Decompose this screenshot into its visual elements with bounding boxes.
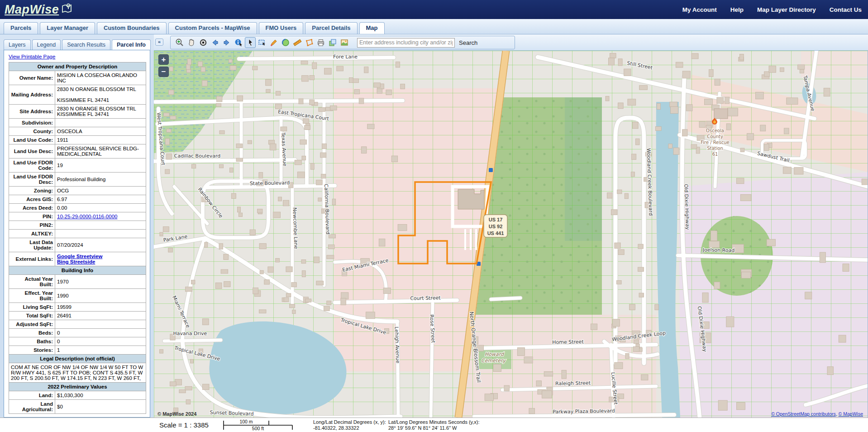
save-image-icon[interactable] (339, 37, 350, 48)
osm-copyright: © OpenStreetMap contributors, © MapWise (771, 411, 863, 417)
field-label: Land Use Desc: (9, 144, 55, 158)
field-value: 1 (55, 346, 146, 355)
legal-description-text: COM AT NE COR OF NW 1/4 OF NW 1/4 W 50 F… (9, 363, 146, 383)
nav-link-map-layer-directory[interactable]: Map Layer Directory (757, 6, 816, 13)
field-label: Effect. Year Built: (9, 289, 55, 303)
export-map-icon[interactable] (327, 37, 338, 48)
map-label: Parkway Plaza Boulevard (553, 408, 615, 415)
field-label: Land Use Code: (9, 136, 55, 144)
svg-text:500 ft: 500 ft (252, 426, 264, 431)
route-shield-text: US 441 (487, 230, 504, 236)
top-navbar: MapWise My AccountHelpMap Layer Director… (0, 0, 868, 19)
field-value: 26491 (55, 312, 146, 320)
field-label: County: (9, 127, 55, 136)
field-value: OSCEOLA (55, 127, 146, 136)
map-label: Fire / Rescue (701, 140, 729, 145)
external-link[interactable]: Google Streetview (57, 254, 102, 259)
field-label: Acres Deed: (9, 204, 55, 212)
field-label: Stories: (9, 346, 55, 355)
field-label: Total SqFt: (9, 312, 55, 320)
field-label: Beds: (9, 329, 55, 337)
map-toolbar: « Search (154, 34, 868, 51)
pan-icon[interactable] (186, 37, 197, 48)
map-label: Howard (485, 351, 505, 357)
map-zoom-out-button[interactable]: − (158, 67, 169, 77)
center-map-icon[interactable] (198, 37, 209, 48)
mapwise-logo[interactable]: MapWise (5, 3, 72, 17)
tab-layer-manager[interactable]: Layer Manager (40, 22, 95, 34)
section-header: Owner and Property Description (9, 62, 146, 71)
field-label: Mailing Address: (9, 85, 55, 105)
map-label: Cemetery (481, 358, 506, 364)
tab-legend[interactable]: Legend (32, 39, 61, 50)
tab-custom-boundaries[interactable]: Custom Boundaries (97, 22, 167, 34)
field-label: Baths: (9, 337, 55, 346)
mapwise-copyright: © MapWise 2024 (157, 411, 196, 417)
next-extent-icon[interactable] (221, 37, 232, 48)
nav-link-contact-us[interactable]: Contact Us (830, 6, 862, 13)
field-label: Site Address: (9, 105, 55, 119)
zoom-in-icon[interactable] (174, 37, 185, 48)
tab-fmo-users[interactable]: FMO Users (259, 22, 304, 34)
draw-icon[interactable] (268, 37, 279, 48)
field-value: 0 (55, 337, 146, 346)
field-value: 2830 N ORANGE BLOSSOM TRLKISSIMMEE FL 34… (55, 85, 146, 105)
collapse-panel-button[interactable]: « (155, 38, 163, 46)
copyright-link[interactable]: © OpenStreetMap contributors (771, 411, 836, 417)
address-search-input[interactable] (357, 38, 455, 48)
tab-parcel-details[interactable]: Parcel Details (305, 22, 357, 34)
tab-parcels[interactable]: Parcels (4, 22, 38, 34)
map-label: Havana Drive (173, 331, 207, 336)
field-value: 0 (55, 329, 146, 337)
pin-link[interactable]: 10-25-29-0000-0116-0000 (57, 214, 117, 219)
field-value: $1,030,300 (55, 391, 146, 400)
buffer-icon[interactable] (280, 37, 291, 48)
field-label: Last Data Update: (9, 238, 55, 252)
field-value: 1911 (55, 136, 146, 144)
nav-link-help[interactable]: Help (730, 6, 744, 13)
map-canvas[interactable]: US 17US 92US 441 Fore LaneStill StreetTa… (154, 51, 868, 418)
tab-map[interactable]: Map (359, 22, 385, 34)
field-label: Land: (9, 391, 55, 400)
main-tabs: ParcelsLayer ManagerCustom BoundariesCus… (4, 22, 385, 34)
map-label: Osceola (706, 128, 724, 133)
select-pointer-icon[interactable] (245, 37, 256, 48)
nav-link-my-account[interactable]: My Account (682, 6, 717, 13)
measure-distance-icon[interactable] (292, 37, 303, 48)
navbar-links: My AccountHelpMap Layer DirectoryContact… (682, 5, 862, 14)
print-icon[interactable] (315, 37, 326, 48)
map-pin-icon (61, 3, 72, 16)
field-value: 07/20/2024 (55, 238, 146, 252)
field-label: Acres GIS: (9, 195, 55, 204)
external-link[interactable]: Bing Streetside (57, 259, 95, 264)
latlong-dms: Lat/Long Degrees Minutes Seconds (y,x): … (388, 419, 480, 431)
map-zoom-controls: + − (158, 54, 169, 79)
field-value: 19599 (55, 303, 146, 312)
field-value: 2830 N ORANGE BLOSSOM TRLKISSIMMEE FL 34… (55, 105, 146, 119)
scale-text: Scale = 1 : 3385 (159, 421, 209, 429)
map-label: Court Street (410, 295, 441, 301)
us-route-shield: US 17US 92US 441 (484, 215, 507, 237)
map-label: Joelson Road (702, 247, 735, 253)
tab-search-results[interactable]: Search Results (62, 39, 110, 50)
field-label: External Links: (9, 252, 55, 266)
section-header: 2022 Preliminary Values (9, 383, 146, 391)
toolbar-icons (174, 37, 351, 48)
field-value (55, 119, 146, 127)
tab-parcel-info[interactable]: Parcel Info (112, 39, 151, 50)
view-printable-page-link[interactable]: View Printable Page (9, 54, 55, 59)
previous-extent-icon[interactable] (210, 37, 220, 48)
tab-custom-parcels-mapwise[interactable]: Custom Parcels - MapWise (168, 22, 257, 34)
select-box-icon[interactable] (257, 37, 267, 48)
map-zoom-in-button[interactable]: + (158, 54, 169, 65)
search-button[interactable]: Search (459, 39, 477, 46)
map-label: County (707, 134, 723, 139)
status-bar: Scale = 1 : 3385 100 m 500 ft Long/Lat D… (0, 418, 868, 432)
copyright-link[interactable]: © MapWise (839, 411, 863, 417)
map-label: Station (707, 146, 723, 151)
measure-area-icon[interactable] (304, 37, 315, 48)
map-label: Raleigh Street (555, 380, 591, 386)
identify-icon[interactable] (233, 37, 244, 48)
tab-layers[interactable]: Layers (4, 39, 31, 50)
field-label: Land Agricultural: (9, 400, 55, 414)
